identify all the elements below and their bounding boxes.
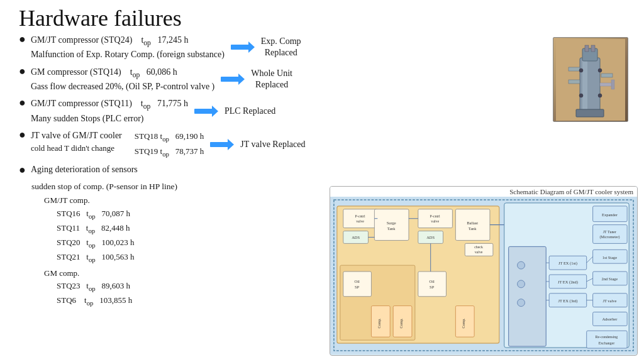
arrow-1 bbox=[231, 40, 255, 54]
svg-text:Exchanger: Exchanger bbox=[599, 341, 614, 345]
svg-text:valve: valve bbox=[431, 219, 439, 223]
svg-rect-15 bbox=[601, 74, 613, 77]
svg-text:JT EX (2nd): JT EX (2nd) bbox=[558, 280, 578, 285]
schematic-title: Schematic Diagram of GM/JT cooler system bbox=[330, 187, 637, 197]
svg-point-21 bbox=[598, 94, 602, 97]
svg-text:Comp.: Comp. bbox=[377, 318, 381, 329]
svg-text:2nd Stage: 2nd Stage bbox=[602, 277, 618, 281]
svg-text:ADS: ADS bbox=[426, 235, 435, 239]
svg-text:P-cntrl: P-cntrl bbox=[430, 214, 441, 218]
svg-marker-5 bbox=[212, 106, 218, 117]
page-title: Hardware failures bbox=[0, 0, 644, 34]
failure-item-2: ● GM compressor (STQ14) top 60,086 h Gas… bbox=[19, 66, 550, 93]
svg-marker-1 bbox=[248, 41, 255, 53]
item1-sub: Malfunction of Exp. Rotary Comp. (foreig… bbox=[31, 48, 225, 61]
svg-rect-62 bbox=[593, 225, 628, 244]
bullet-1: ● bbox=[19, 33, 26, 46]
svg-point-19 bbox=[598, 69, 602, 72]
bullet-4: ● bbox=[19, 128, 26, 141]
bullet-2: ● bbox=[19, 65, 26, 78]
svg-text:Ballast: Ballast bbox=[467, 221, 478, 225]
item3-result: PLC Replaced bbox=[225, 106, 275, 117]
bullet-3: ● bbox=[19, 96, 26, 109]
svg-point-88 bbox=[518, 261, 525, 269]
item2-sub: Gass flow decreased 20%, (Oil SP, P-cont… bbox=[31, 80, 214, 93]
svg-text:P-cntrl: P-cntrl bbox=[355, 214, 365, 218]
svg-rect-12 bbox=[585, 45, 589, 52]
svg-text:check: check bbox=[474, 245, 483, 249]
svg-marker-7 bbox=[228, 139, 234, 150]
svg-text:JT Tuner: JT Tuner bbox=[603, 230, 616, 234]
svg-text:Tank: Tank bbox=[387, 226, 396, 231]
arrow-4 bbox=[210, 138, 234, 151]
item3-line1: GM/JT compressor (STQ11) top 71,775 h bbox=[31, 97, 188, 112]
failure-item-4: ● JT valve of GM/JT cooler cold head T d… bbox=[19, 129, 550, 160]
svg-rect-22 bbox=[600, 83, 613, 86]
svg-text:Re-condensing: Re-condensing bbox=[596, 335, 618, 339]
svg-text:SP: SP bbox=[355, 285, 360, 289]
item4-result: JT valve Replaced bbox=[240, 139, 305, 150]
compressor-image bbox=[553, 37, 628, 122]
svg-text:valve: valve bbox=[356, 219, 364, 223]
svg-point-89 bbox=[518, 280, 525, 288]
svg-text:Comp.: Comp. bbox=[399, 318, 403, 329]
svg-rect-0 bbox=[231, 45, 250, 50]
svg-rect-13 bbox=[591, 45, 595, 52]
svg-rect-14 bbox=[569, 67, 580, 71]
svg-rect-79 bbox=[587, 331, 627, 348]
svg-rect-87 bbox=[509, 246, 547, 346]
item1-result: Exp. CompReplaced bbox=[261, 36, 301, 58]
svg-text:SP: SP bbox=[430, 285, 435, 289]
svg-text:Oil: Oil bbox=[354, 279, 359, 283]
item2-result: Whole UnitReplaced bbox=[251, 68, 292, 90]
item4-line1: JT valve of GM/JT cooler cold head T did… bbox=[31, 129, 122, 160]
aging-label: Aging deterioration of sensors bbox=[31, 165, 550, 175]
svg-marker-3 bbox=[238, 74, 245, 85]
aging-bullet: ● Aging deterioration of sensors bbox=[19, 165, 550, 177]
svg-text:Expander: Expander bbox=[602, 212, 618, 217]
svg-text:ADS: ADS bbox=[352, 235, 360, 239]
svg-text:Oil: Oil bbox=[430, 279, 435, 283]
svg-point-90 bbox=[518, 299, 525, 307]
item4-stqs: STQ18 top 69,190 h STQ19 top 78,737 h bbox=[135, 129, 204, 160]
svg-text:JT EX (3rd): JT EX (3rd) bbox=[558, 299, 577, 304]
svg-point-20 bbox=[579, 94, 583, 97]
svg-point-18 bbox=[579, 69, 583, 72]
svg-rect-11 bbox=[582, 48, 597, 61]
svg-text:JT EX (1st): JT EX (1st) bbox=[558, 261, 577, 266]
failure-item-1: ● GM/JT compressor (STQ24) top 17,245 h … bbox=[19, 34, 550, 61]
svg-text:Adsorber: Adsorber bbox=[602, 317, 618, 321]
schematic-area: Schematic Diagram of GM/JT cooler system… bbox=[330, 186, 638, 356]
arrow-3 bbox=[194, 104, 218, 118]
svg-text:(Micrometer): (Micrometer) bbox=[599, 235, 619, 239]
svg-rect-2 bbox=[221, 77, 240, 82]
schematic-inner: P-cntrl valve ADS Surge Tank P-cntrl val… bbox=[330, 197, 637, 354]
svg-text:Comp.: Comp. bbox=[462, 318, 465, 329]
item3-sub: Many sudden Stops (PLC error) bbox=[31, 112, 188, 125]
arrow-2 bbox=[221, 72, 245, 86]
svg-rect-16 bbox=[569, 80, 580, 84]
svg-text:1st Stage: 1st Stage bbox=[602, 255, 618, 260]
svg-text:Surge: Surge bbox=[387, 221, 396, 225]
svg-rect-10 bbox=[582, 58, 587, 111]
item2-line1: GM compressor (STQ14) top 60,086 h bbox=[31, 66, 214, 80]
bullet-5: ● bbox=[19, 163, 26, 177]
failure-item-3: ● GM/JT compressor (STQ11) top 71,775 h … bbox=[19, 97, 550, 124]
svg-text:Tank: Tank bbox=[469, 226, 477, 231]
svg-rect-17 bbox=[576, 109, 604, 117]
svg-text:valve: valve bbox=[475, 250, 483, 254]
item1-line1: GM/JT compressor (STQ24) top 17,245 h bbox=[31, 34, 225, 48]
svg-rect-23 bbox=[611, 80, 614, 89]
svg-rect-6 bbox=[210, 142, 229, 147]
svg-rect-4 bbox=[194, 109, 213, 114]
svg-text:JT valve: JT valve bbox=[602, 299, 616, 303]
